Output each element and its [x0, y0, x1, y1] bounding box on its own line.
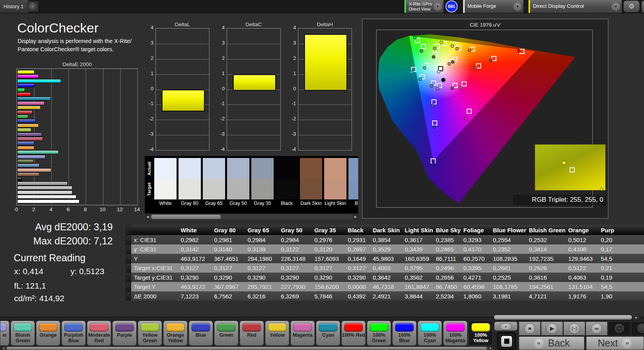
mini-chart-y-tick: -1 — [215, 101, 225, 106]
mini-chart-y-tick: 1 — [286, 71, 296, 76]
scrollbar-thumb[interactable] — [7, 347, 487, 350]
rgb-triplet-bar: RGB Triplet: 255, 255, 0 — [513, 195, 606, 205]
pattern-button-100-green[interactable]: 100% Green — [367, 321, 391, 346]
controls-divider-bar[interactable] — [494, 315, 632, 319]
table-cell: 463,9172 — [178, 254, 211, 263]
settings-button[interactable]: ⚙ — [623, 0, 640, 13]
table-cell: 0,3290 — [312, 273, 345, 282]
target-color — [203, 179, 225, 199]
table-cell: 0,3617 — [402, 235, 433, 244]
pattern-button-orange-yellow[interactable]: Orange Yellow — [163, 321, 188, 346]
mini-chart-y-tick: 4 — [215, 25, 225, 31]
next-button[interactable]: Next » — [586, 336, 644, 350]
scroll-left-icon[interactable]: ◀ — [145, 214, 150, 219]
actual-color — [203, 158, 225, 179]
deltal-bar — [162, 90, 205, 112]
pattern-button-label: Magenta — [291, 332, 314, 338]
meter-dropdown[interactable]: X-Rite i1Pro 3 Direct View ▼ — [404, 0, 444, 13]
avg-de2000-stat: Avg dE2000: 3,19 — [12, 221, 113, 233]
pattern-button-purplish-blue[interactable]: Purplish Blue — [61, 321, 86, 346]
pattern-button-cyan[interactable]: Cyan — [316, 321, 340, 346]
table-cell: 295,7921 — [245, 282, 278, 291]
table-cell: 0,3642 — [370, 273, 402, 282]
table-cell: 6,3269 — [278, 291, 312, 301]
compare-swatch-black — [276, 158, 298, 199]
pattern-button-partial[interactable]: er — [0, 321, 9, 346]
mini-chart-y-tick: -1 — [286, 101, 296, 106]
table-cell: 0,2976 — [312, 235, 345, 244]
deltae-bar-100-yellow — [17, 70, 34, 74]
source-dropdown[interactable]: Mobile Forge ▼ — [463, 0, 523, 13]
swatch-strip-scrollbar[interactable]: ◀ ▶ — [145, 214, 358, 219]
play-button[interactable]: ▶ — [541, 321, 563, 336]
actual-color — [324, 158, 346, 179]
table-row-x-cie31: x: CIE310,29820,29810,29840,29840,29760,… — [131, 235, 644, 244]
pattern-button-green[interactable]: Green — [214, 321, 238, 346]
pattern-button-yellow[interactable]: Yellow — [265, 321, 289, 346]
scrollbar-thumb[interactable] — [151, 215, 221, 219]
pattern-button-moderate-red[interactable]: Moderate Red — [87, 321, 111, 346]
next-label: Next — [598, 337, 618, 349]
loop-range-button[interactable]: [–] — [563, 321, 585, 336]
pattern-button-red[interactable]: Red — [240, 321, 264, 346]
back-button[interactable]: « Back — [519, 336, 584, 350]
stop-button[interactable]: ■ — [519, 321, 541, 336]
pattern-button-label: Purplish Blue — [62, 332, 85, 343]
pattern-button-magenta[interactable]: Magenta — [290, 321, 315, 346]
scroll-right-icon[interactable]: ▶ — [633, 315, 639, 319]
add-tab-button[interactable]: + — [27, 1, 38, 12]
table-cell: 86,7450 — [433, 282, 460, 291]
pattern-window-button[interactable] — [497, 332, 516, 350]
pattern-button-bluish-green[interactable]: Bluish Green — [11, 321, 35, 346]
pattern-button-100-magenta[interactable]: 100% Magenta — [443, 321, 467, 346]
pattern-button-label: Blue — [189, 332, 213, 338]
table-cell: 2,4921 — [370, 291, 402, 301]
mini-chart-y-tick: -4 — [143, 147, 153, 152]
deltae-bar-bluish-green — [17, 150, 59, 154]
pattern-button-orange[interactable]: Orange — [36, 321, 60, 346]
bottom-scrollbar[interactable]: ◀ ▶ — [1, 346, 493, 350]
tab-history-1[interactable]: History 1 — [0, 0, 29, 13]
table-cell: 367,0967 — [211, 282, 245, 291]
gridline — [298, 104, 352, 105]
pattern-button-100-cyan[interactable]: 100% Cyan — [418, 321, 442, 346]
table-header-Gray 65: Gray 65 — [245, 225, 278, 235]
pattern-button-100-yellow[interactable]: 100% Yellow — [469, 321, 493, 346]
compare-swatch-label: White — [154, 201, 177, 206]
table-cell: 463,9172 — [178, 282, 211, 291]
scroll-right-icon[interactable]: ▶ — [353, 214, 358, 219]
measured-dot-100-red — [517, 49, 521, 53]
partial-control-button[interactable] — [631, 321, 644, 336]
deltae-bar-blue — [17, 119, 36, 123]
continuous-button[interactable]: ∞ — [586, 321, 608, 336]
pattern-button-purple[interactable]: Purple — [112, 321, 137, 346]
table-cell: 0,4271 — [461, 273, 490, 282]
partial-toolbar-button[interactable] — [641, 0, 644, 13]
swatch-color — [370, 323, 388, 332]
mini-chart-y-tick: 2 — [286, 56, 296, 61]
deltae-bar-white — [17, 199, 79, 203]
scroll-left-icon[interactable]: ◀ — [1, 346, 6, 350]
row-handle — [126, 264, 131, 272]
deltae-bar-blue-sky — [17, 163, 40, 167]
deltae-bar-blue-flower — [17, 155, 45, 159]
pattern-button-blue[interactable]: Blue — [189, 321, 213, 346]
table-cell: 0,3414 — [526, 244, 565, 254]
table-cell: 5,7846 — [312, 291, 345, 301]
refresh-button[interactable] — [608, 321, 631, 336]
gridline — [120, 69, 121, 205]
mini-chart-title: DeltaH — [298, 22, 352, 27]
pattern-button-100-red[interactable]: 100% Red — [341, 321, 366, 346]
expand-up-button[interactable]: ▲ — [494, 321, 518, 331]
pattern-button-100-blue[interactable]: 100% Blue — [392, 321, 417, 346]
deltae-bar-yellow — [17, 106, 41, 109]
scroll-right-icon[interactable]: ▶ — [488, 346, 493, 350]
table-cell: 0,2981 — [211, 235, 245, 244]
deltac-bar — [233, 74, 276, 91]
table-cell: 0,2931 — [345, 235, 370, 244]
deltae-bar-black — [17, 177, 22, 181]
mini-chart-y-tick: -3 — [286, 131, 296, 137]
display-control-dropdown[interactable]: Direct Display Control ▼ — [529, 0, 622, 13]
pattern-button-yellow-green[interactable]: Yellow Green — [138, 321, 162, 346]
table-header-Foliage: Foliage — [461, 225, 490, 235]
